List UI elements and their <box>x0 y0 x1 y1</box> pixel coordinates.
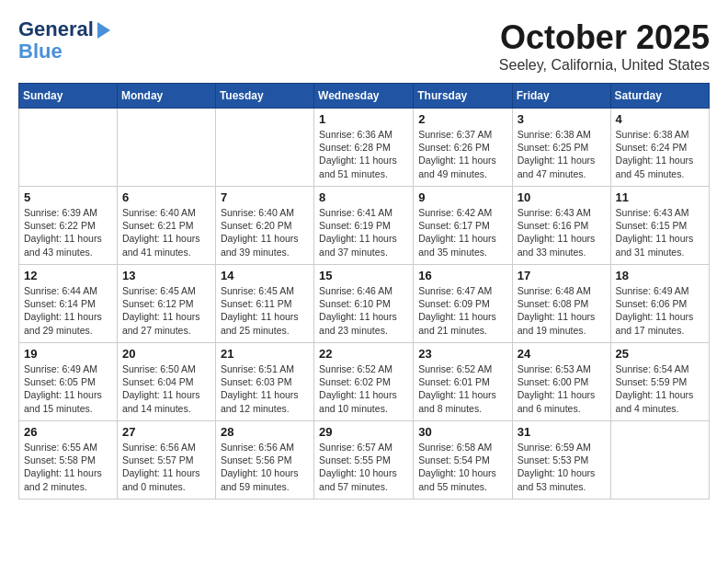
cell-day-number: 19 <box>24 347 112 361</box>
cell-day-number: 7 <box>221 190 309 204</box>
calendar-week-2: 5Sunrise: 6:39 AM Sunset: 6:22 PM Daylig… <box>19 187 710 265</box>
calendar-cell: 24Sunrise: 6:53 AM Sunset: 6:00 PM Dayli… <box>512 343 610 421</box>
calendar-week-3: 12Sunrise: 6:44 AM Sunset: 6:14 PM Dayli… <box>19 265 710 343</box>
cell-day-number: 22 <box>319 347 408 361</box>
calendar-week-4: 19Sunrise: 6:49 AM Sunset: 6:05 PM Dayli… <box>19 343 710 421</box>
calendar-cell: 30Sunrise: 6:58 AM Sunset: 5:54 PM Dayli… <box>414 421 512 500</box>
calendar-cell: 16Sunrise: 6:47 AM Sunset: 6:09 PM Dayli… <box>414 265 512 343</box>
cell-day-number: 11 <box>616 190 704 204</box>
cell-day-number: 3 <box>518 112 606 126</box>
cell-info-text: Sunrise: 6:54 AM Sunset: 5:59 PM Dayligh… <box>616 362 704 415</box>
cell-day-number: 17 <box>518 269 606 282</box>
calendar-header-sunday: Sunday <box>19 84 118 109</box>
page-subtitle: Seeley, California, United States <box>499 57 710 74</box>
calendar-header-tuesday: Tuesday <box>215 84 313 109</box>
cell-day-number: 8 <box>319 190 408 204</box>
cell-info-text: Sunrise: 6:55 AM Sunset: 5:58 PM Dayligh… <box>24 441 112 493</box>
logo-arrow-icon <box>97 22 110 39</box>
calendar-cell: 19Sunrise: 6:49 AM Sunset: 6:05 PM Dayli… <box>19 343 118 421</box>
cell-day-number: 31 <box>518 425 606 439</box>
calendar-cell: 29Sunrise: 6:57 AM Sunset: 5:55 PM Dayli… <box>314 421 414 500</box>
cell-info-text: Sunrise: 6:48 AM Sunset: 6:08 PM Dayligh… <box>518 284 606 337</box>
cell-day-number: 18 <box>616 269 704 282</box>
calendar-cell: 3Sunrise: 6:38 AM Sunset: 6:25 PM Daylig… <box>512 109 610 187</box>
logo: General Blue <box>18 18 110 63</box>
cell-info-text: Sunrise: 6:38 AM Sunset: 6:24 PM Dayligh… <box>616 128 704 180</box>
calendar-week-5: 26Sunrise: 6:55 AM Sunset: 5:58 PM Dayli… <box>19 421 710 500</box>
calendar-cell: 18Sunrise: 6:49 AM Sunset: 6:06 PM Dayli… <box>610 265 709 343</box>
calendar-cell: 14Sunrise: 6:45 AM Sunset: 6:11 PM Dayli… <box>215 265 313 343</box>
cell-info-text: Sunrise: 6:52 AM Sunset: 6:02 PM Dayligh… <box>319 362 408 415</box>
cell-day-number: 9 <box>418 190 506 204</box>
cell-day-number: 21 <box>221 347 309 361</box>
cell-day-number: 15 <box>319 269 408 282</box>
calendar-week-1: 1Sunrise: 6:36 AM Sunset: 6:28 PM Daylig… <box>19 109 710 187</box>
cell-info-text: Sunrise: 6:39 AM Sunset: 6:22 PM Dayligh… <box>24 206 112 259</box>
calendar-cell <box>610 421 709 500</box>
calendar-cell: 21Sunrise: 6:51 AM Sunset: 6:03 PM Dayli… <box>215 343 313 421</box>
cell-info-text: Sunrise: 6:57 AM Sunset: 5:55 PM Dayligh… <box>319 441 408 493</box>
cell-info-text: Sunrise: 6:40 AM Sunset: 6:20 PM Dayligh… <box>221 206 309 259</box>
cell-info-text: Sunrise: 6:40 AM Sunset: 6:21 PM Dayligh… <box>122 206 210 259</box>
calendar-cell: 26Sunrise: 6:55 AM Sunset: 5:58 PM Dayli… <box>19 421 118 500</box>
calendar-cell: 20Sunrise: 6:50 AM Sunset: 6:04 PM Dayli… <box>117 343 215 421</box>
calendar-cell: 22Sunrise: 6:52 AM Sunset: 6:02 PM Dayli… <box>314 343 414 421</box>
calendar-cell <box>19 109 118 187</box>
calendar-header-saturday: Saturday <box>610 84 709 109</box>
logo-text-blue: Blue <box>18 40 63 63</box>
cell-day-number: 6 <box>122 190 210 204</box>
cell-day-number: 29 <box>319 425 408 439</box>
calendar-header-row: SundayMondayTuesdayWednesdayThursdayFrid… <box>19 84 710 109</box>
calendar-cell: 7Sunrise: 6:40 AM Sunset: 6:20 PM Daylig… <box>215 187 313 265</box>
cell-day-number: 2 <box>418 112 506 126</box>
calendar-cell: 25Sunrise: 6:54 AM Sunset: 5:59 PM Dayli… <box>610 343 709 421</box>
calendar-header-thursday: Thursday <box>414 84 512 109</box>
calendar-cell: 9Sunrise: 6:42 AM Sunset: 6:17 PM Daylig… <box>414 187 512 265</box>
cell-info-text: Sunrise: 6:58 AM Sunset: 5:54 PM Dayligh… <box>418 441 506 493</box>
cell-info-text: Sunrise: 6:42 AM Sunset: 6:17 PM Dayligh… <box>418 206 506 259</box>
cell-day-number: 4 <box>616 112 704 126</box>
cell-day-number: 26 <box>24 425 112 439</box>
cell-info-text: Sunrise: 6:52 AM Sunset: 6:01 PM Dayligh… <box>418 362 506 415</box>
cell-day-number: 20 <box>122 347 210 361</box>
cell-info-text: Sunrise: 6:41 AM Sunset: 6:19 PM Dayligh… <box>319 206 408 259</box>
cell-info-text: Sunrise: 6:56 AM Sunset: 5:56 PM Dayligh… <box>221 441 309 493</box>
calendar-cell: 11Sunrise: 6:43 AM Sunset: 6:15 PM Dayli… <box>610 187 709 265</box>
calendar-cell <box>117 109 215 187</box>
cell-info-text: Sunrise: 6:50 AM Sunset: 6:04 PM Dayligh… <box>122 362 210 415</box>
cell-day-number: 12 <box>24 269 112 282</box>
calendar-cell <box>215 109 313 187</box>
calendar-cell: 12Sunrise: 6:44 AM Sunset: 6:14 PM Dayli… <box>19 265 118 343</box>
page-header: General Blue October 2025 Seeley, Califo… <box>18 18 710 74</box>
calendar-header-friday: Friday <box>512 84 610 109</box>
logo-text-general: General <box>18 18 94 40</box>
title-block: October 2025 Seeley, California, United … <box>499 18 710 74</box>
cell-day-number: 16 <box>418 269 506 282</box>
cell-info-text: Sunrise: 6:49 AM Sunset: 6:05 PM Dayligh… <box>24 362 112 415</box>
calendar-cell: 1Sunrise: 6:36 AM Sunset: 6:28 PM Daylig… <box>314 109 414 187</box>
calendar-cell: 5Sunrise: 6:39 AM Sunset: 6:22 PM Daylig… <box>19 187 118 265</box>
calendar-cell: 17Sunrise: 6:48 AM Sunset: 6:08 PM Dayli… <box>512 265 610 343</box>
cell-info-text: Sunrise: 6:44 AM Sunset: 6:14 PM Dayligh… <box>24 284 112 337</box>
calendar-cell: 2Sunrise: 6:37 AM Sunset: 6:26 PM Daylig… <box>414 109 512 187</box>
cell-info-text: Sunrise: 6:38 AM Sunset: 6:25 PM Dayligh… <box>518 128 606 180</box>
cell-info-text: Sunrise: 6:36 AM Sunset: 6:28 PM Dayligh… <box>319 128 408 180</box>
calendar-cell: 31Sunrise: 6:59 AM Sunset: 5:53 PM Dayli… <box>512 421 610 500</box>
cell-info-text: Sunrise: 6:59 AM Sunset: 5:53 PM Dayligh… <box>518 441 606 493</box>
calendar-cell: 6Sunrise: 6:40 AM Sunset: 6:21 PM Daylig… <box>117 187 215 265</box>
cell-day-number: 13 <box>122 269 210 282</box>
cell-day-number: 24 <box>518 347 606 361</box>
calendar-cell: 15Sunrise: 6:46 AM Sunset: 6:10 PM Dayli… <box>314 265 414 343</box>
cell-info-text: Sunrise: 6:56 AM Sunset: 5:57 PM Dayligh… <box>122 441 210 493</box>
calendar-cell: 28Sunrise: 6:56 AM Sunset: 5:56 PM Dayli… <box>215 421 313 500</box>
page-title: October 2025 <box>499 18 710 57</box>
cell-day-number: 28 <box>221 425 309 439</box>
cell-day-number: 30 <box>418 425 506 439</box>
calendar-cell: 13Sunrise: 6:45 AM Sunset: 6:12 PM Dayli… <box>117 265 215 343</box>
cell-day-number: 25 <box>616 347 704 361</box>
cell-info-text: Sunrise: 6:51 AM Sunset: 6:03 PM Dayligh… <box>221 362 309 415</box>
cell-info-text: Sunrise: 6:43 AM Sunset: 6:16 PM Dayligh… <box>518 206 606 259</box>
cell-info-text: Sunrise: 6:45 AM Sunset: 6:11 PM Dayligh… <box>221 284 309 337</box>
cell-day-number: 10 <box>518 190 606 204</box>
calendar-header-wednesday: Wednesday <box>314 84 414 109</box>
